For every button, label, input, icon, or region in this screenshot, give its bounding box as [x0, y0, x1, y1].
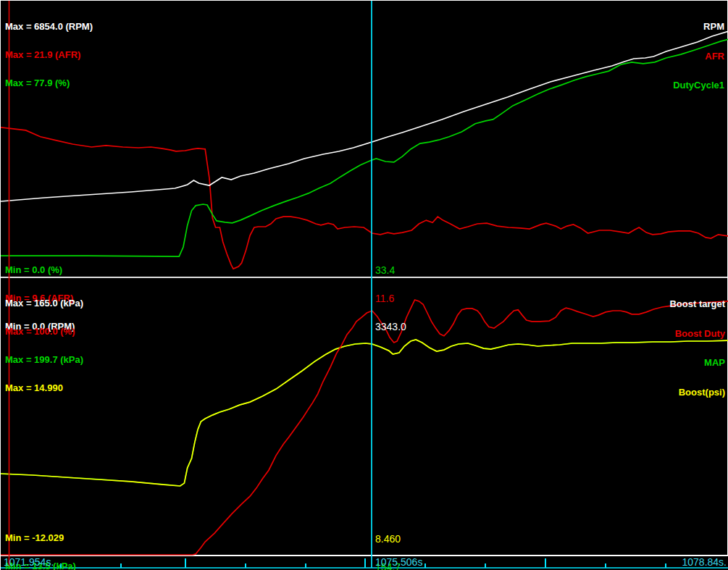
min-label: Min = 0.0 (%) [5, 265, 75, 274]
series-line-afr [1, 127, 728, 269]
top-legend: RPM AFR DutyCycle1 [673, 2, 724, 110]
series-line-map [1, 340, 728, 486]
legend-item-dutycycle1[interactable]: DutyCycle1 [673, 80, 724, 91]
cursor-value-rpm: 3343.0 [375, 322, 406, 332]
max-label: Max = 165.0 (kPa) [5, 298, 83, 308]
legend-item-boost-psi[interactable]: Boost(psi) [669, 387, 725, 398]
series-line-rpm [1, 31, 728, 201]
top-cursor-values: 33.4 11.6 3343.0 [375, 247, 406, 351]
max-label: Max = 77.9 (%) [5, 78, 93, 88]
max-label: Max = 199.7 (kPa) [5, 355, 83, 364]
cursor-value-afr: 11.6 [375, 294, 406, 303]
max-label: Max = 21.9 (AFR) [5, 50, 93, 59]
time-axis-cursor-label: 1075.506s [375, 557, 422, 567]
max-label: Max = 100.0 (%) [5, 327, 83, 336]
cursor-value-dutycycle1: 33.4 [375, 266, 406, 275]
max-label: Max = 14.990 [5, 383, 83, 393]
top-max-labels: Max = 6854.0 (RPM) Max = 21.9 (AFR) Max … [5, 3, 93, 106]
log-viewer-window: Max = 6854.0 (RPM) Max = 21.9 (AFR) Max … [0, 0, 728, 570]
legend-item-boost-target[interactable]: Boost target [669, 299, 725, 309]
series-line-boost-psi- [1, 340, 728, 486]
cursor-value-boost-psi: 8.460 [375, 535, 401, 544]
min-label: Min = -12.029 [5, 533, 76, 542]
legend-item-map[interactable]: MAP [669, 358, 725, 368]
legend-item-boost-duty[interactable]: Boost Duty [669, 329, 725, 339]
time-axis[interactable]: 1071.954s. 1075.506s 1078.84s. [1, 556, 728, 570]
legend-item-rpm[interactable]: RPM [673, 22, 724, 32]
series-line-dutycycle1 [1, 39, 728, 256]
max-label: Max = 6854.0 (RPM) [5, 22, 93, 31]
legend-item-afr[interactable]: AFR [673, 51, 724, 62]
bottom-max-labels: Max = 165.0 (kPa) Max = 100.0 (%) Max = … [5, 280, 83, 411]
bottom-legend: Boost target Boost Duty MAP Boost(psi) [669, 280, 725, 416]
chart-area[interactable] [1, 1, 728, 570]
time-axis-end-label: 1078.84s. [682, 557, 727, 567]
series-line-boost-duty [1, 300, 728, 555]
time-axis-start-label: 1071.954s. [4, 557, 54, 567]
